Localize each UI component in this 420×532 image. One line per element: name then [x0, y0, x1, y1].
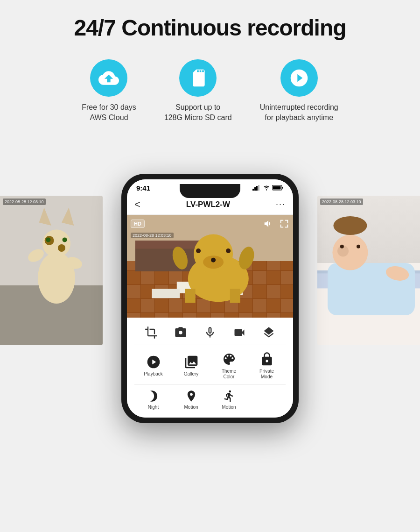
menu-row-2: Night Motion Motion	[127, 388, 293, 414]
play-circle-icon	[289, 68, 309, 88]
playback-icon-circle	[280, 59, 318, 97]
feature-playback: Uninterrupted recordingfor playback anyt…	[260, 59, 338, 123]
feature-cloud: Free for 30 daysAWS Cloud	[82, 59, 136, 123]
page-title: 24/7 Continuous recording	[9, 15, 411, 41]
wifi-icon	[263, 185, 270, 191]
feature-sdcard: Support up to128G Micro SD card	[164, 59, 232, 123]
private-mode-menu-icon	[259, 352, 274, 367]
phone-frame: 9:41	[121, 174, 299, 423]
menu-theme-color[interactable]: ThemeColor	[215, 352, 243, 380]
cloud-icon-circle	[90, 59, 127, 97]
more-button[interactable]: ···	[276, 199, 286, 209]
control-row-1	[127, 323, 293, 342]
gallery-menu-icon	[184, 355, 199, 369]
cloud-upload-icon	[98, 68, 119, 88]
video-toolbar: HD	[131, 219, 289, 229]
hd-badge[interactable]: HD	[131, 220, 145, 228]
motion1-label: Motion	[184, 404, 198, 410]
signal-icon	[252, 185, 261, 191]
back-button[interactable]: <	[134, 199, 140, 211]
feature-cloud-text: Free for 30 daysAWS Cloud	[82, 102, 136, 123]
motion1-icon	[185, 390, 198, 403]
battery-icon	[272, 185, 284, 191]
sdcard-icon	[188, 68, 208, 88]
menu-private-mode[interactable]: PrivateMode	[253, 352, 281, 380]
left-timestamp: 2022-08-28 12:03:10	[3, 199, 46, 205]
crop-icon	[145, 326, 158, 339]
playback-label: Playback	[144, 371, 163, 377]
camera-icon	[174, 326, 187, 339]
motion2-icon	[223, 390, 236, 403]
dog-scene-canvas	[127, 215, 293, 318]
sdcard-icon-circle	[179, 59, 217, 97]
svg-rect-2	[256, 186, 258, 191]
right-side-image: 2022-08-28 12:03:10	[317, 196, 420, 345]
feature-sdcard-text: Support up to128G Micro SD card	[164, 102, 232, 123]
status-icons	[252, 185, 284, 191]
menu-motion-1[interactable]: Motion	[177, 390, 205, 410]
night-label: Night	[148, 404, 159, 410]
camera-control[interactable]	[174, 326, 187, 339]
video-camera-icon	[233, 326, 246, 339]
right-timestamp: 2022-08-28 12:03:10	[320, 199, 363, 205]
app-title: LV-PWL2-W	[186, 200, 230, 209]
layers-control[interactable]	[262, 326, 275, 339]
private-mode-label: PrivateMode	[259, 369, 274, 380]
left-side-image: 2022-08-28 12:03:10	[0, 196, 103, 345]
feature-playback-text: Uninterrupted recordingfor playback anyt…	[260, 102, 338, 123]
fullscreen-icon[interactable]	[279, 219, 289, 229]
video-timestamp: 2022-08-28 12:03:10	[131, 233, 174, 238]
video-area: HD 2022-08-28 12:03:10	[127, 215, 293, 318]
theme-color-menu-icon	[222, 352, 237, 367]
divider-1	[134, 345, 286, 345]
menu-motion-2[interactable]: Motion	[215, 390, 243, 410]
microphone-control[interactable]	[203, 326, 217, 339]
motion2-label: Motion	[222, 404, 236, 410]
phone-section: 2022-08-28 12:03:10 2022-08-28 12:03:10 …	[0, 137, 420, 455]
svg-rect-6	[273, 186, 281, 190]
page-header: 24/7 Continuous recording	[0, 0, 420, 50]
phone-notch	[180, 184, 240, 198]
video-right-icons	[263, 219, 289, 229]
screenshot-control[interactable]	[145, 326, 158, 339]
playback-menu-icon	[146, 355, 161, 369]
speaker-icon[interactable]	[263, 219, 273, 229]
menu-gallery[interactable]: Gallery	[177, 355, 205, 377]
bottom-controls: Playback Gallery ThemeColor	[127, 318, 293, 418]
menu-row-1: Playback Gallery ThemeColor	[127, 348, 293, 382]
phone-screen: 9:41	[127, 179, 293, 418]
layers-icon	[262, 326, 275, 339]
status-time: 9:41	[136, 184, 150, 192]
svg-rect-1	[254, 187, 256, 191]
menu-playback[interactable]: Playback	[140, 355, 168, 377]
svg-rect-5	[282, 187, 283, 189]
gallery-label: Gallery	[184, 371, 199, 377]
video-record-control[interactable]	[233, 326, 246, 339]
svg-rect-0	[252, 189, 254, 191]
svg-rect-3	[258, 185, 259, 191]
features-section: Free for 30 daysAWS Cloud Support up to1…	[0, 50, 420, 137]
microphone-icon	[203, 326, 217, 339]
night-icon	[147, 390, 160, 403]
baby-scene-canvas	[317, 196, 420, 345]
cat-scene-canvas	[0, 196, 103, 345]
theme-color-label: ThemeColor	[222, 369, 236, 380]
menu-night[interactable]: Night	[140, 390, 168, 410]
divider-2	[134, 384, 286, 385]
